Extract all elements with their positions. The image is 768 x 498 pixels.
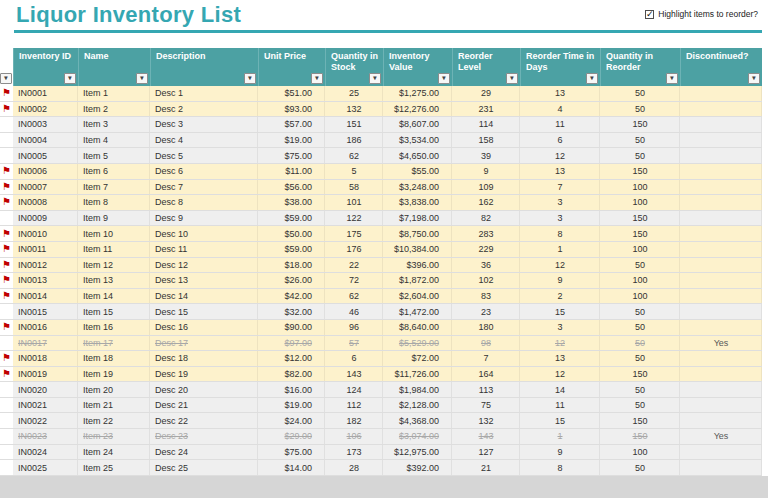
cell-discontinued[interactable]: Yes (680, 336, 762, 351)
cell-name[interactable]: Item 21 (78, 398, 150, 413)
cell-name[interactable]: Item 7 (78, 180, 150, 195)
cell-unit-price[interactable]: $42.00 (258, 289, 325, 304)
cell-description[interactable]: Desc 10 (150, 226, 258, 241)
cell-description[interactable]: Desc 12 (150, 258, 258, 273)
table-row[interactable]: ⚑ IN0016 Item 16 Desc 16 $90.00 96 $8,64… (0, 320, 762, 336)
cell-name[interactable]: Item 9 (78, 211, 150, 226)
table-row[interactable]: IN0009 Item 9 Desc 9 $59.00 122 $7,198.0… (0, 211, 762, 227)
cell-inventory-id[interactable]: IN0006 (13, 164, 78, 179)
cell-quantity-in-reorder[interactable]: 50 (600, 320, 680, 335)
cell-description[interactable]: Desc 2 (150, 102, 258, 117)
cell-name[interactable]: Item 24 (78, 445, 150, 460)
cell-reorder-time[interactable]: 8 (520, 226, 600, 241)
cell-quantity-in-stock[interactable]: 132 (325, 102, 383, 117)
cell-reorder-time[interactable]: 2 (520, 289, 600, 304)
cell-reorder-level[interactable]: 23 (452, 304, 520, 319)
cell-unit-price[interactable]: $56.00 (258, 180, 325, 195)
cell-discontinued[interactable] (680, 195, 762, 210)
cell-reorder-time[interactable]: 15 (520, 413, 600, 428)
cell-inventory-value[interactable]: $1,984.00 (383, 382, 452, 397)
cell-reorder-time[interactable]: 13 (520, 86, 600, 101)
cell-name[interactable]: Item 3 (78, 117, 150, 132)
cell-name[interactable]: Item 10 (78, 226, 150, 241)
cell-reorder-level[interactable]: 82 (452, 211, 520, 226)
cell-discontinued[interactable] (680, 164, 762, 179)
cell-name[interactable]: Item 17 (78, 336, 150, 351)
cell-quantity-in-reorder[interactable]: 100 (600, 180, 680, 195)
cell-description[interactable]: Desc 22 (150, 413, 258, 428)
cell-inventory-id[interactable]: IN0013 (13, 273, 78, 288)
cell-reorder-level[interactable]: 109 (452, 180, 520, 195)
cell-inventory-id[interactable]: IN0018 (13, 351, 78, 366)
cell-inventory-id[interactable]: IN0019 (13, 367, 78, 382)
cell-reorder-level[interactable]: 102 (452, 273, 520, 288)
cell-name[interactable]: Item 2 (78, 102, 150, 117)
cell-quantity-in-reorder[interactable]: 50 (600, 398, 680, 413)
cell-reorder-level[interactable]: 75 (452, 398, 520, 413)
cell-unit-price[interactable]: $19.00 (258, 133, 325, 148)
cell-quantity-in-stock[interactable]: 46 (325, 304, 383, 319)
cell-reorder-time[interactable]: 9 (520, 445, 600, 460)
cell-name[interactable]: Item 4 (78, 133, 150, 148)
cell-reorder-level[interactable]: 158 (452, 133, 520, 148)
cell-inventory-value[interactable]: $55.00 (383, 164, 452, 179)
cell-quantity-in-stock[interactable]: 173 (325, 445, 383, 460)
cell-quantity-in-reorder[interactable]: 100 (600, 242, 680, 257)
cell-discontinued[interactable] (680, 211, 762, 226)
cell-inventory-value[interactable]: $1,872.00 (383, 273, 452, 288)
table-row[interactable]: ⚑ IN0013 Item 13 Desc 13 $26.00 72 $1,87… (0, 273, 762, 289)
cell-unit-price[interactable]: $14.00 (258, 460, 325, 475)
cell-description[interactable]: Desc 13 (150, 273, 258, 288)
cell-reorder-level[interactable]: 114 (452, 117, 520, 132)
cell-quantity-in-stock[interactable]: 151 (325, 117, 383, 132)
cell-inventory-value[interactable]: $2,604.00 (383, 289, 452, 304)
cell-inventory-id[interactable]: IN0022 (13, 413, 78, 428)
cell-discontinued[interactable] (680, 273, 762, 288)
cell-discontinued[interactable] (680, 413, 762, 428)
table-row[interactable]: IN0021 Item 21 Desc 21 $19.00 112 $2,128… (0, 398, 762, 414)
cell-inventory-value[interactable]: $3,838.00 (383, 195, 452, 210)
cell-reorder-level[interactable]: 132 (452, 413, 520, 428)
cell-unit-price[interactable]: $16.00 (258, 382, 325, 397)
cell-quantity-in-stock[interactable]: 143 (325, 367, 383, 382)
table-row[interactable]: ⚑ IN0019 Item 19 Desc 19 $82.00 143 $11,… (0, 367, 762, 383)
cell-unit-price[interactable]: $97.00 (258, 336, 325, 351)
cell-unit-price[interactable]: $93.00 (258, 102, 325, 117)
cell-name[interactable]: Item 19 (78, 367, 150, 382)
filter-button[interactable]: ▾ (438, 73, 450, 84)
table-row[interactable]: ⚑ IN0002 Item 2 Desc 2 $93.00 132 $12,27… (0, 102, 762, 118)
cell-unit-price[interactable]: $29.00 (258, 429, 325, 444)
cell-discontinued[interactable] (680, 226, 762, 241)
cell-unit-price[interactable]: $59.00 (258, 211, 325, 226)
cell-discontinued[interactable] (680, 242, 762, 257)
cell-inventory-id[interactable]: IN0001 (13, 86, 78, 101)
cell-reorder-level[interactable]: 164 (452, 367, 520, 382)
cell-inventory-value[interactable]: $12,975.00 (383, 445, 452, 460)
cell-name[interactable]: Item 13 (78, 273, 150, 288)
cell-quantity-in-reorder[interactable]: 150 (600, 226, 680, 241)
table-row[interactable]: ⚑ IN0010 Item 10 Desc 10 $50.00 175 $8,7… (0, 226, 762, 242)
filter-button[interactable]: ▾ (748, 73, 760, 84)
cell-discontinued[interactable] (680, 86, 762, 101)
cell-reorder-time[interactable]: 1 (520, 429, 600, 444)
table-row[interactable]: IN0024 Item 24 Desc 24 $75.00 173 $12,97… (0, 445, 762, 461)
cell-quantity-in-reorder[interactable]: 50 (600, 382, 680, 397)
table-row[interactable]: ⚑ IN0014 Item 14 Desc 14 $42.00 62 $2,60… (0, 289, 762, 305)
checkbox-label[interactable]: Highlight items to reorder? (658, 9, 758, 19)
cell-name[interactable]: Item 11 (78, 242, 150, 257)
cell-quantity-in-stock[interactable]: 176 (325, 242, 383, 257)
cell-description[interactable]: Desc 24 (150, 445, 258, 460)
cell-inventory-value[interactable]: $396.00 (383, 258, 452, 273)
cell-reorder-time[interactable]: 11 (520, 117, 600, 132)
cell-quantity-in-reorder[interactable]: 100 (600, 445, 680, 460)
cell-inventory-id[interactable]: IN0021 (13, 398, 78, 413)
table-row[interactable]: IN0023 Item 23 Desc 23 $29.00 106 $3,074… (0, 429, 762, 445)
filter-button[interactable]: ▾ (136, 73, 148, 84)
filter-button[interactable]: ▾ (311, 73, 323, 84)
cell-reorder-time[interactable]: 13 (520, 351, 600, 366)
cell-inventory-value[interactable]: $3,534.00 (383, 133, 452, 148)
cell-reorder-level[interactable]: 231 (452, 102, 520, 117)
cell-inventory-id[interactable]: IN0003 (13, 117, 78, 132)
cell-quantity-in-reorder[interactable]: 100 (600, 273, 680, 288)
cell-inventory-value[interactable]: $7,198.00 (383, 211, 452, 226)
